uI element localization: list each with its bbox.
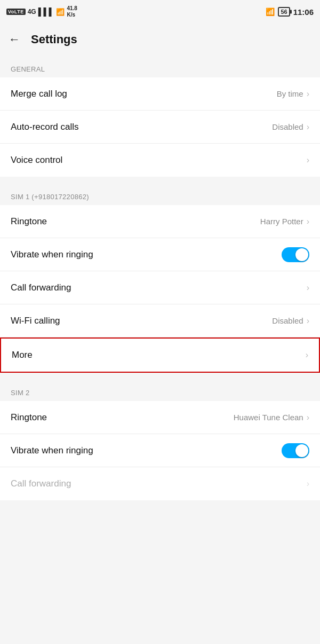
auto-record-calls-label: Auto-record calls	[11, 122, 79, 132]
sim1-wifi-calling-chevron-icon: ›	[307, 316, 309, 326]
back-button[interactable]: ←	[9, 33, 20, 46]
sim1-wifi-calling-value: Disabled	[272, 316, 303, 325]
merge-call-log-value-row: By time ›	[277, 89, 309, 99]
page-title: Settings	[31, 33, 77, 46]
sim2-vibrate-item[interactable]: Vibrate when ringing	[0, 434, 320, 467]
sim1-call-forwarding-item[interactable]: Call forwarding ›	[0, 271, 320, 304]
sim2-call-forwarding-item[interactable]: Call forwarding ›	[0, 467, 320, 500]
auto-record-calls-value-row: Disabled ›	[272, 122, 309, 132]
sim1-ringtone-value-row: Harry Potter ›	[260, 217, 309, 226]
general-section-card: Merge call log By time › Auto-record cal…	[0, 77, 320, 177]
voice-control-item[interactable]: Voice control ›	[0, 144, 320, 177]
signal-4g: 4G	[28, 8, 36, 15]
sim1-vibrate-toggle[interactable]	[282, 247, 309, 262]
sim1-more-label: More	[12, 350, 33, 360]
sim1-call-forwarding-value-row: ›	[306, 283, 309, 293]
sim1-wifi-calling-label: Wi-Fi calling	[11, 316, 60, 326]
merge-call-log-label: Merge call log	[11, 89, 67, 99]
gap-1	[0, 177, 320, 183]
section-label-general: GENERAL	[0, 56, 320, 77]
header: ← Settings	[0, 23, 320, 56]
gap-2	[0, 373, 320, 379]
merge-call-log-item[interactable]: Merge call log By time ›	[0, 77, 320, 111]
status-left: VoLTE 4G ▌▌▌ 📶 41.8K/s	[6, 5, 77, 18]
sim2-vibrate-toggle-knob	[295, 444, 308, 457]
sim2-ringtone-chevron-icon: ›	[307, 413, 309, 422]
sim2-call-forwarding-chevron-icon: ›	[307, 479, 309, 489]
merge-call-log-value: By time	[277, 89, 303, 98]
sim2-section-card: Ringtone Huawei Tune Clean › Vibrate whe…	[0, 401, 320, 500]
sim2-ringtone-item[interactable]: Ringtone Huawei Tune Clean ›	[0, 401, 320, 434]
sim1-ringtone-label: Ringtone	[11, 216, 47, 227]
sim1-vibrate-label: Vibrate when ringing	[11, 249, 93, 260]
sim1-call-forwarding-label: Call forwarding	[11, 282, 71, 293]
clock: 11:06	[293, 7, 314, 17]
voice-control-value-row: ›	[306, 155, 309, 165]
sim2-ringtone-value-row: Huawei Tune Clean ›	[234, 413, 309, 422]
sim1-wifi-calling-item[interactable]: Wi-Fi calling Disabled ›	[0, 304, 320, 337]
sim2-vibrate-label: Vibrate when ringing	[11, 445, 93, 456]
sim1-more-chevron-icon: ›	[306, 350, 308, 360]
auto-record-calls-value: Disabled	[272, 122, 303, 131]
sim1-section-card: Ringtone Harry Potter › Vibrate when rin…	[0, 205, 320, 373]
sim1-wifi-calling-value-row: Disabled ›	[272, 316, 309, 326]
sim1-ringtone-chevron-icon: ›	[307, 217, 309, 226]
sim1-vibrate-toggle-knob	[295, 248, 308, 261]
sim2-call-forwarding-value-row: ›	[306, 479, 309, 489]
sim2-vibrate-toggle[interactable]	[282, 443, 309, 458]
section-label-sim1: SIM 1 (+918017220862)	[0, 183, 320, 205]
merge-call-log-chevron-icon: ›	[307, 89, 309, 99]
sim2-ringtone-value: Huawei Tune Clean	[234, 413, 303, 422]
auto-record-calls-chevron-icon: ›	[307, 122, 309, 132]
wifi-icon: 📶	[56, 8, 65, 16]
sim1-more-item[interactable]: More ›	[1, 339, 319, 372]
sim1-more-value-row: ›	[305, 350, 308, 360]
sim1-ringtone-value: Harry Potter	[260, 217, 303, 226]
sim2-call-forwarding-label: Call forwarding	[11, 478, 71, 489]
sim2-ringtone-label: Ringtone	[11, 412, 47, 423]
status-bar: VoLTE 4G ▌▌▌ 📶 41.8K/s 📶 56 11:06	[0, 0, 320, 23]
voice-control-label: Voice control	[11, 155, 62, 166]
voice-control-chevron-icon: ›	[307, 155, 309, 165]
battery-indicator: 56	[278, 7, 290, 17]
volte-indicator: VoLTE	[6, 9, 26, 15]
speed-indicator: 41.8K/s	[67, 5, 77, 18]
sim1-more-highlight-wrapper: More ›	[0, 337, 320, 373]
sim1-ringtone-item[interactable]: Ringtone Harry Potter ›	[0, 205, 320, 238]
bluetooth-icon: 📶	[266, 7, 275, 16]
status-right: 📶 56 11:06	[266, 7, 314, 17]
auto-record-calls-item[interactable]: Auto-record calls Disabled ›	[0, 111, 320, 144]
sim1-call-forwarding-chevron-icon: ›	[307, 283, 309, 293]
battery-level: 56	[281, 9, 287, 15]
section-label-sim2: SIM 2	[0, 379, 320, 401]
settings-content: GENERAL Merge call log By time › Auto-re…	[0, 56, 320, 500]
sim1-vibrate-item[interactable]: Vibrate when ringing	[0, 238, 320, 271]
signal-bars-icon: ▌▌▌	[38, 7, 54, 16]
